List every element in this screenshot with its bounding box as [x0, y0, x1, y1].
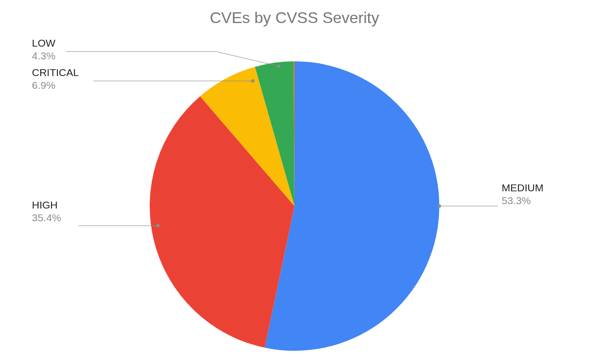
slice-label-critical: CRITICAL6.9%	[32, 66, 79, 92]
slice-label-name: MEDIUM	[502, 182, 543, 194]
slice-label-high: HIGH35.4%	[32, 199, 61, 225]
slice-label-pct: 53.3%	[502, 194, 543, 207]
slice-label-medium: MEDIUM53.3%	[502, 182, 543, 208]
svg-point-0	[438, 205, 441, 208]
pie-chart	[0, 0, 589, 364]
slice-label-pct: 4.3%	[32, 50, 55, 62]
slice-label-low: LOW4.3%	[32, 37, 55, 63]
svg-point-3	[277, 65, 281, 68]
slice-label-name: CRITICAL	[32, 66, 79, 79]
slice-label-name: LOW	[32, 37, 55, 50]
slice-label-pct: 35.4%	[32, 211, 61, 224]
slice-label-pct: 6.9%	[32, 79, 79, 92]
svg-point-2	[251, 79, 255, 83]
svg-point-1	[157, 224, 160, 228]
slice-label-name: HIGH	[32, 199, 61, 211]
